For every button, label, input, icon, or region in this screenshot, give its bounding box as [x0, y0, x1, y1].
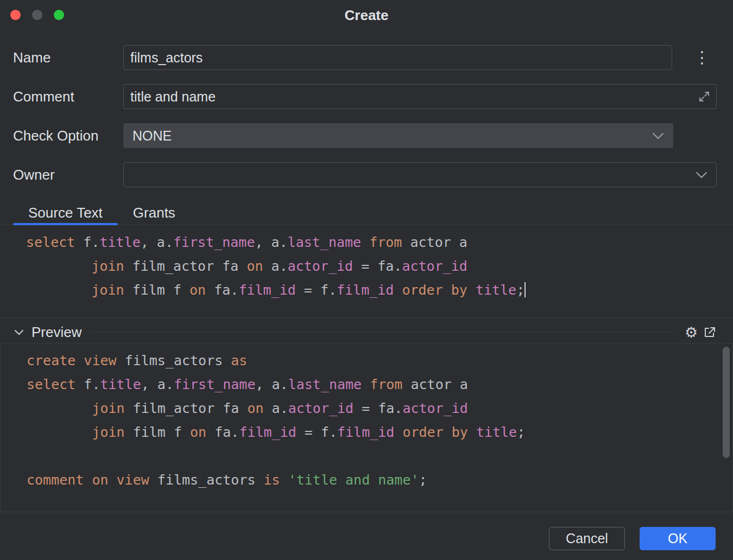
owner-label: Owner: [13, 167, 123, 183]
owner-row: Owner: [13, 162, 733, 187]
create-form: Name ⋮ Comment Check Option NONE: [0, 30, 733, 187]
divider: [90, 332, 673, 333]
preview-collapse-button[interactable]: [14, 329, 24, 335]
preview-code: create view films_actors asselect f.titl…: [27, 349, 711, 492]
preview-scrollbar[interactable]: [723, 347, 730, 458]
open-in-editor-button[interactable]: [700, 323, 719, 341]
owner-value: [132, 175, 696, 175]
name-row: Name ⋮: [13, 45, 733, 70]
chevron-down-icon: [14, 329, 24, 335]
create-dialog: Create Name ⋮ Comment Chec: [0, 0, 733, 560]
name-options-button[interactable]: ⋮: [672, 49, 732, 66]
titlebar: Create: [0, 0, 733, 30]
comment-row: Comment: [13, 84, 733, 109]
window-title: Create: [0, 7, 733, 24]
comment-input[interactable]: [123, 84, 717, 109]
ok-button[interactable]: OK: [640, 527, 716, 550]
comment-label: Comment: [13, 88, 123, 105]
source-text-editor[interactable]: select f.title, a.first_name, a.last_nam…: [0, 225, 733, 318]
chevron-down-icon: [652, 132, 664, 139]
preview-settings-button[interactable]: ⚙: [682, 323, 700, 341]
expand-editor-icon[interactable]: [698, 91, 710, 103]
check-option-row: Check Option NONE: [13, 123, 733, 148]
preview-panel: create view films_actors asselect f.titl…: [0, 343, 733, 512]
editor-tabs: Source Text Grants: [0, 201, 733, 225]
tab-source-text[interactable]: Source Text: [13, 201, 118, 225]
open-in-editor-icon: [703, 326, 716, 339]
preview-title: Preview: [31, 324, 81, 341]
check-option-label: Check Option: [13, 128, 123, 144]
owner-select[interactable]: [123, 162, 717, 187]
preview-header: Preview ⚙: [0, 321, 733, 343]
name-label: Name: [13, 49, 123, 66]
kebab-menu-icon: ⋮: [694, 49, 710, 66]
check-option-value: NONE: [132, 128, 652, 144]
tab-grants[interactable]: Grants: [118, 201, 191, 225]
dialog-footer: Cancel OK: [0, 512, 733, 560]
cancel-button[interactable]: Cancel: [549, 527, 625, 550]
chevron-down-icon: [696, 171, 707, 179]
name-input[interactable]: [123, 45, 672, 70]
gear-icon: ⚙: [685, 325, 698, 340]
check-option-select[interactable]: NONE: [123, 123, 673, 148]
